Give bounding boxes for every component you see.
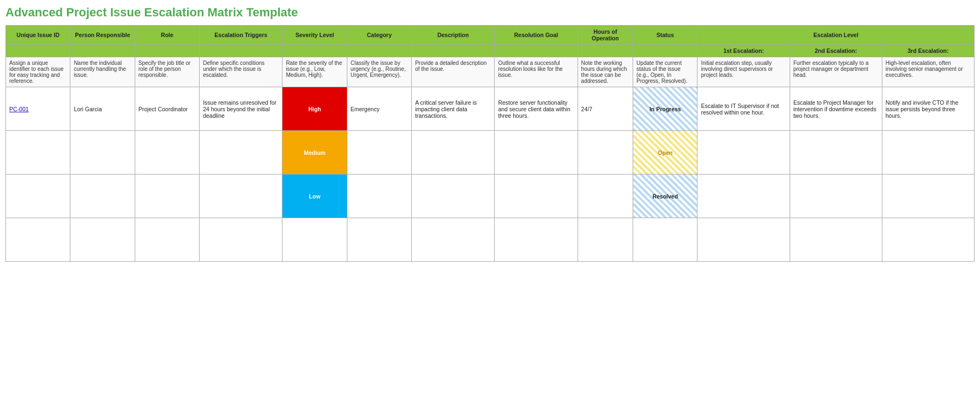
hours-cell — [578, 218, 633, 262]
col-header-esc3: 3rd Escalation: — [882, 45, 974, 57]
triggers-cell — [200, 218, 282, 262]
category-cell — [347, 131, 411, 175]
role-cell: Project Coordinator — [135, 87, 199, 131]
person-cell — [70, 131, 135, 175]
desc-cell-severity: Rate the severity of the issue (e.g., Lo… — [282, 57, 347, 87]
person-cell — [70, 218, 135, 262]
col-header-description: Description — [412, 26, 495, 45]
esc3-cell — [882, 175, 974, 218]
esc2-cell — [790, 131, 882, 175]
desc-cell-resolution: Outline what a successful resolution loo… — [495, 57, 578, 87]
triggers-cell — [200, 131, 282, 175]
esc2-cell: Escalate to Project Manager for interven… — [790, 87, 882, 131]
desc-cell-id: Assign a unique identifier to each issue… — [6, 57, 70, 87]
triggers-cell: Issue remains unresolved for 24 hours be… — [200, 87, 282, 131]
status-cell: Open — [633, 131, 698, 175]
esc3-cell: Notify and involve CTO if the issue pers… — [882, 87, 974, 131]
issue-id-link[interactable]: PC-001 — [9, 106, 29, 112]
table-header-row: Unique Issue IDPerson ResponsibleRoleEsc… — [6, 26, 975, 45]
triggers-cell — [200, 175, 282, 218]
col-header-role: Role — [135, 26, 199, 45]
desc-cell-triggers: Define specific conditions under which t… — [200, 57, 282, 87]
description-cell — [412, 218, 495, 262]
person-cell: Lori Garcia — [70, 87, 135, 131]
esc3-cell — [882, 131, 974, 175]
col-header-status: Status — [633, 26, 698, 45]
description-cell: A critical server failure is impacting c… — [412, 87, 495, 131]
esc1-cell — [698, 131, 790, 175]
esc1-cell — [698, 175, 790, 218]
desc-cell-esc3: High-level escalation, often involving s… — [882, 57, 974, 87]
description-cell — [412, 175, 495, 218]
desc-cell-role: Specify the job title or role of the per… — [135, 57, 199, 87]
table-row — [6, 218, 975, 262]
desc-cell-status: Update the current status of the issue (… — [633, 57, 698, 87]
desc-cell-esc2: Further escalation typically to a projec… — [790, 57, 882, 87]
person-cell — [70, 175, 135, 218]
col-header-triggers: Escalation Triggers — [200, 26, 282, 45]
hours-cell — [578, 175, 633, 218]
table-row: PC-001Lori GarciaProject CoordinatorIssu… — [6, 87, 975, 131]
esc1-cell — [698, 218, 790, 262]
col-header-id: Unique Issue ID — [6, 26, 70, 45]
resolution-cell — [495, 175, 578, 218]
col-header-person: Person Responsible — [70, 26, 135, 45]
desc-cell-person: Name the individual currently handling t… — [70, 57, 135, 87]
esc2-cell — [790, 175, 882, 218]
table-header-esc-sub-row: 1st Escalation:2nd Escalation:3rd Escala… — [6, 45, 975, 57]
severity-cell: Medium — [282, 131, 347, 175]
resolution-cell — [495, 131, 578, 175]
hours-cell: 24/7 — [578, 87, 633, 131]
resolution-cell: Restore server functionality and secure … — [495, 87, 578, 131]
col-header-category: Category — [347, 26, 411, 45]
hours-cell — [578, 131, 633, 175]
role-cell — [135, 131, 199, 175]
col-header-escalation: Escalation Level — [698, 26, 975, 45]
esc2-cell — [790, 218, 882, 262]
col-header-resolution: Resolution Goal — [495, 26, 578, 45]
status-cell: Resolved — [633, 175, 698, 218]
description-row: Assign a unique identifier to each issue… — [6, 57, 975, 87]
severity-cell — [282, 218, 347, 262]
category-cell: Emergency — [347, 87, 411, 131]
category-cell — [347, 175, 411, 218]
description-cell — [412, 131, 495, 175]
table-row: LowResolved — [6, 175, 975, 218]
desc-cell-hours: Note the working hours during which the … — [578, 57, 633, 87]
severity-cell: High — [282, 87, 347, 131]
esc3-cell — [882, 218, 974, 262]
desc-cell-category: Classify the issue by urgency (e.g., Rou… — [347, 57, 411, 87]
desc-cell-esc1: Initial escalation step, usually involvi… — [698, 57, 790, 87]
esc1-cell: Escalate to IT Supervisor if not resolve… — [698, 87, 790, 131]
col-header-hours: Hours of Operation — [578, 26, 633, 45]
col-header-severity: Severity Level — [282, 26, 347, 45]
role-cell — [135, 175, 199, 218]
page-title: Advanced Project Issue Escalation Matrix… — [5, 5, 975, 20]
role-cell — [135, 218, 199, 262]
table-row: MediumOpen — [6, 131, 975, 175]
severity-cell: Low — [282, 175, 347, 218]
category-cell — [347, 218, 411, 262]
status-cell — [633, 218, 698, 262]
status-cell: In Progress — [633, 87, 698, 131]
desc-cell-description: Provide a detailed description of the is… — [412, 57, 495, 87]
col-header-esc1: 1st Escalation: — [698, 45, 790, 57]
resolution-cell — [495, 218, 578, 262]
col-header-esc2: 2nd Escalation: — [790, 45, 882, 57]
